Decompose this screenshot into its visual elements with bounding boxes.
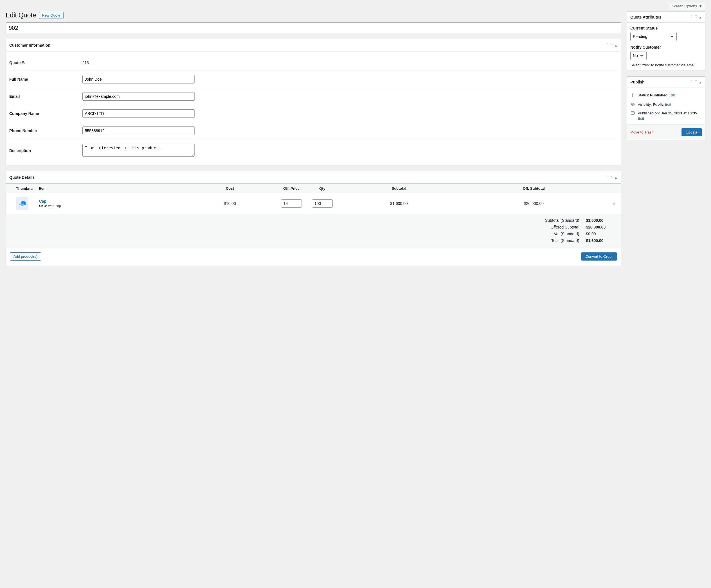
visibility-value: Public [653,102,664,107]
item-off-subtotal: $20,000.00 [460,193,607,214]
visibility-prefix: Visibility: [638,102,653,107]
add-products-button[interactable]: Add product(s) [10,252,41,260]
new-quote-button[interactable]: New Quote [39,12,64,19]
published-value: Jan 15, 2021 at 10:35 [661,111,697,115]
total-std-value: $1,600.00 [583,237,611,244]
edit-visibility-link[interactable]: Edit [665,102,671,107]
pin-icon [630,93,635,98]
quote-number-value: 913 [82,60,89,65]
eye-icon [630,102,635,107]
email-input[interactable] [82,92,195,101]
subtotal-std-label: Subtotal (Standard) [542,217,583,224]
description-input[interactable] [82,144,195,156]
edit-date-link[interactable]: Edit [638,117,644,121]
qty-input[interactable] [312,199,333,208]
col-subtotal: Subtotal [338,184,460,193]
triangle-up-icon[interactable]: ▴ [698,14,702,20]
svg-point-2 [632,104,633,105]
page-title: Edit Quote [6,12,36,19]
calendar-icon [630,111,635,115]
caret-down-icon: ▼ [698,4,702,8]
chevron-down-icon[interactable]: ˅ [610,174,613,180]
chevron-down-icon[interactable]: ˅ [694,14,697,20]
col-off-subtotal: Off. Subtotal [460,184,607,193]
chevron-up-icon[interactable]: ˄ [606,42,609,48]
move-to-trash-link[interactable]: Move to Trash [630,130,653,134]
phone-number-input[interactable] [82,126,195,135]
triangle-up-icon[interactable]: ▴ [614,42,618,48]
notify-help-text: Select "Yes" to notify customer via emai… [630,63,702,67]
chevron-up-icon[interactable]: ˄ [690,14,693,20]
screen-options-button[interactable]: Screen Options ▼ [669,3,705,9]
screen-options-label: Screen Options [672,4,697,8]
quote-details-panel: Quote Details ˄ ˅ ▴ Thumbnail Item Cost … [6,171,621,266]
edit-status-link[interactable]: Edit [669,93,675,97]
company-name-label: Company Name [9,105,82,122]
current-status-select[interactable]: Pending [630,32,677,41]
quote-attributes-heading: Quote Attributes [630,15,661,19]
triangle-up-icon[interactable]: ▴ [698,79,702,85]
chevron-down-icon[interactable]: ˅ [694,79,697,85]
vat-std-value: $0.00 [583,230,611,237]
customer-info-heading: Customer Information [9,43,50,47]
chevron-down-icon[interactable]: ˅ [610,42,613,48]
convert-to-order-button[interactable]: Convert to Order [581,252,617,260]
col-off-price: Off. Price [276,184,307,193]
remove-row-icon[interactable]: × [613,201,616,206]
status-value: Published [650,93,667,97]
quote-details-heading: Quote Details [9,175,35,180]
customer-information-panel: Customer Information ˄ ˅ ▴ Quote #: 913 … [6,39,621,165]
col-item: Item [37,184,184,193]
published-prefix: Published on: [638,111,661,115]
total-std-label: Total (Standard) [542,237,583,244]
publish-panel: Publish ˄ ˅ ▴ Status: Published Edit [627,77,705,140]
description-label: Description [9,140,82,162]
triangle-up-icon[interactable]: ▴ [614,174,618,180]
sku-value: woo-cap [48,204,61,208]
update-button[interactable]: Update [682,128,702,136]
status-prefix: Status: [638,93,650,97]
off-price-input[interactable] [281,199,302,208]
item-name-link[interactable]: Cap [39,199,46,204]
email-label: Email [9,88,82,105]
full-name-label: Full Name [9,71,82,88]
chevron-up-icon[interactable]: ˄ [690,79,693,85]
sku-label: SKU: [39,204,47,208]
quote-number-label: Quote #: [9,55,82,71]
current-status-label: Current Status [630,26,702,30]
svg-rect-3 [631,111,634,115]
quote-title-input[interactable] [6,22,621,33]
table-row: 🧢 Cap SKU: woo-cap $16.00 $1,600.00 $20,… [6,193,621,214]
notify-customer-label: Notify Customer [630,45,702,49]
col-thumbnail: Thumbnail [6,184,37,193]
col-cost: Cost [184,184,276,193]
notify-customer-select[interactable]: No [630,51,647,60]
publish-heading: Publish [630,80,645,84]
col-qty: Qty [307,184,338,193]
item-cost: $16.00 [184,193,276,214]
full-name-input[interactable] [82,75,195,83]
chevron-up-icon[interactable]: ˄ [606,174,609,180]
product-thumbnail: 🧢 [16,197,28,210]
phone-number-label: Phone Number [9,122,82,140]
subtotal-std-value: $1,600.00 [583,217,611,224]
svg-point-0 [632,93,633,95]
company-name-input[interactable] [82,109,195,118]
offered-subtotal-value: $20,000.00 [583,224,611,230]
vat-std-label: Vat (Standard) [542,230,583,237]
quote-attributes-panel: Quote Attributes ˄ ˅ ▴ Current Status Pe… [627,12,705,71]
offered-subtotal-label: Offered Subtotal [542,224,583,230]
item-subtotal: $1,600.00 [338,193,460,214]
